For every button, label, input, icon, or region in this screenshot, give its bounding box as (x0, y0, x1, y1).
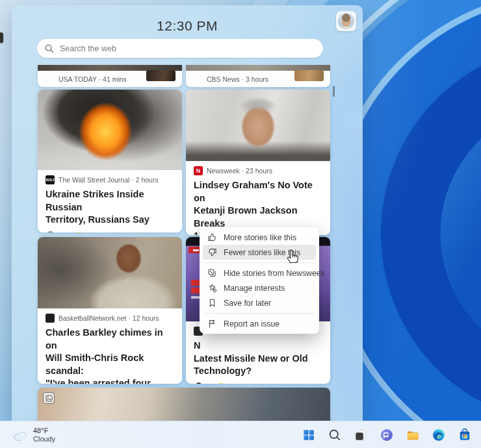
peek-card-cbs-news[interactable]: CBS News · 3 hours (186, 65, 330, 87)
microsoft-store-button[interactable] (455, 426, 474, 445)
hide-stories-icon (207, 268, 217, 278)
menu-separator (204, 313, 315, 314)
file-explorer-button[interactable] (403, 426, 422, 445)
panel-scrollbar[interactable] (333, 86, 335, 97)
photo-gallery-icon (43, 392, 55, 404)
newsweek-logo: N (194, 166, 203, 175)
reaction-emojis-thumb-wink-heart (210, 382, 232, 384)
flag-icon (207, 319, 217, 329)
thumbs-up-icon (207, 232, 217, 242)
menu-item-hide-stories[interactable]: Hide stories from Newsweek (203, 266, 316, 280)
task-view-icon (353, 427, 369, 443)
basketballnetwork-logo (46, 314, 55, 323)
clock-label: 12:30 PM (12, 18, 363, 34)
article-image-fire (38, 90, 182, 170)
article-title: Ukraine Strikes Inside Russian Territory… (46, 188, 174, 227)
weather-temperature: 48°F (33, 427, 55, 435)
menu-item-save-for-later[interactable]: Save for later (203, 295, 316, 310)
desktop: 12:30 PM USA TODAY · 41 mins CBS News · … (0, 0, 481, 448)
article-image-barkley (38, 237, 182, 308)
file-explorer-icon (405, 427, 421, 443)
avatar (338, 13, 354, 29)
search-input[interactable] (60, 44, 315, 53)
taskbar-weather-widget[interactable]: 48°F Cloudy (6, 421, 60, 448)
manage-interests-icon (207, 283, 217, 293)
source-attribution: Newsweek · 23 hours (207, 167, 272, 175)
wsj-logo: WSJ (46, 175, 55, 184)
menu-item-more-stories[interactable]: More stories like this (203, 230, 316, 245)
menu-item-fewer-stories[interactable]: Fewer stories like this (203, 245, 316, 260)
menu-separator (204, 262, 315, 263)
windows-start-icon (301, 427, 317, 443)
taskbar-app-icons (299, 421, 474, 448)
card-context-menu: More stories like this Fewer stories lik… (200, 227, 319, 334)
news-card-partial[interactable] (38, 388, 330, 421)
weather-condition: Cloudy (33, 435, 55, 443)
chat-button[interactable] (377, 426, 396, 445)
add-reaction-icon[interactable] (46, 230, 57, 233)
news-card-wsj[interactable]: WSJ The Wall Street Journal · 2 hours Uk… (38, 90, 182, 232)
edge-icon (431, 427, 447, 443)
news-card-newsweek[interactable]: N Newsweek · 23 hours Lindsey Graham's N… (186, 90, 330, 235)
user-avatar-button[interactable] (336, 11, 356, 31)
task-view-button[interactable] (351, 426, 370, 445)
search-icon (45, 44, 54, 53)
article-image-portrait (186, 90, 330, 161)
microsoft-store-icon (457, 427, 473, 443)
article-thumbnail (294, 70, 324, 81)
thumbs-down-icon (207, 247, 217, 257)
menu-item-manage-interests[interactable]: Manage interests (203, 280, 316, 295)
reaction-emojis-thumb-heart-surprised (62, 231, 84, 232)
peek-card-usa-today[interactable]: USA TODAY · 41 mins (38, 65, 182, 87)
source-attribution: CBS News · 3 hours (207, 75, 268, 83)
reaction-count: 41 (235, 383, 243, 384)
source-attribution: BasketballNetwork.net · 12 hours (58, 314, 159, 322)
source-attribution: The Wall Street Journal · 2 hours (58, 176, 159, 184)
taskbar-search-button[interactable] (325, 426, 344, 445)
article-thumbnail (146, 70, 176, 81)
teams-chat-icon (379, 427, 395, 443)
bookmark-icon (207, 298, 217, 308)
web-search-bar[interactable] (37, 39, 323, 58)
news-card-basketballnetwork[interactable]: BasketballNetwork.net · 12 hours Charles… (38, 237, 182, 384)
start-button[interactable] (299, 426, 318, 445)
article-title: Charles Barkley chimes in on Will Smith-… (46, 327, 174, 384)
article-title: N Latest Missile New or Old Technology? (194, 340, 322, 378)
edge-browser-button[interactable] (429, 426, 448, 445)
add-reaction-icon-dark[interactable] (194, 382, 205, 384)
widgets-panel: 12:30 PM USA TODAY · 41 mins CBS News · … (12, 5, 363, 421)
taskbar: 48°F Cloudy (0, 421, 481, 448)
menu-item-report-issue[interactable]: Report an issue (203, 316, 316, 331)
cloudy-icon (12, 427, 29, 443)
source-attribution: USA TODAY · 41 mins (58, 75, 127, 83)
hidden-window-edge[interactable] (0, 32, 3, 43)
search-icon (327, 427, 343, 443)
reaction-count: 735 (87, 232, 99, 232)
